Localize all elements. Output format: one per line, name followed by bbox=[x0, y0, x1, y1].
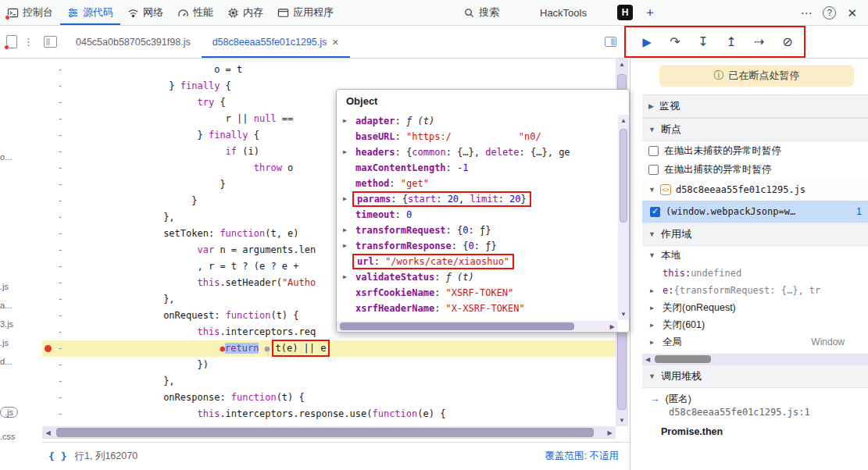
scrollbar-thumb[interactable] bbox=[655, 355, 711, 363]
line-number[interactable]: - bbox=[42, 308, 78, 324]
line-number[interactable]: - bbox=[42, 144, 78, 160]
object-property-row[interactable]: timeout: 0 bbox=[337, 207, 629, 223]
object-property-row[interactable]: url: "/works/cate/xiaoshuo" bbox=[337, 254, 629, 269]
step-out-button[interactable]: ↥ bbox=[720, 31, 743, 53]
line-number[interactable]: - bbox=[42, 176, 78, 193]
line-number[interactable]: - bbox=[42, 357, 78, 373]
checkbox[interactable] bbox=[648, 146, 659, 156]
scroll-right-arrow-icon[interactable]: ▶ bbox=[604, 426, 616, 439]
object-property-row[interactable]: method: "get" bbox=[337, 176, 629, 191]
tab-hacktools[interactable]: HackTools bbox=[533, 0, 594, 25]
section-header-scope[interactable]: ▼ 作用域 bbox=[642, 223, 868, 246]
object-property-row[interactable]: xsrfHeaderName: "X-XSRF-TOKEN" bbox=[337, 301, 629, 316]
line-number[interactable]: - bbox=[42, 78, 78, 94]
more-options-icon[interactable]: ⋯ bbox=[800, 7, 812, 19]
resume-button[interactable]: ▶ bbox=[635, 31, 659, 53]
scope-item[interactable]: ▶e: {transformRequest: {…}, tr bbox=[642, 282, 868, 299]
line-number[interactable]: - bbox=[42, 291, 78, 308]
help-icon[interactable]: ? bbox=[823, 6, 836, 20]
add-tab-button[interactable]: ＋ bbox=[636, 5, 664, 21]
breakpoint-entry[interactable]: (window.webpackJsonp=w… 1 bbox=[642, 201, 868, 223]
navigator-file-item[interactable]: d... bbox=[0, 357, 20, 366]
scroll-left-arrow-icon[interactable]: ◀ bbox=[642, 354, 653, 365]
navigator-toggle-icon[interactable] bbox=[44, 36, 57, 48]
checkbox[interactable] bbox=[648, 165, 659, 175]
navigator-file-item[interactable]: .js bbox=[0, 338, 20, 347]
scroll-down-arrow-icon[interactable]: ▼ bbox=[618, 308, 629, 320]
pretty-print-icon[interactable]: { } bbox=[48, 450, 66, 462]
tab-console[interactable]: 控制台 bbox=[0, 0, 60, 25]
line-number[interactable]: - bbox=[42, 94, 78, 111]
scroll-up-arrow-icon[interactable]: ▲ bbox=[616, 59, 628, 70]
scroll-right-arrow-icon[interactable]: ▶ bbox=[606, 321, 618, 332]
close-devtools-icon[interactable]: ✕ bbox=[847, 7, 857, 19]
step-button[interactable]: ⇢ bbox=[748, 31, 771, 53]
code-line[interactable]: -o = t bbox=[42, 62, 616, 78]
hackbar-extension-icon[interactable]: H bbox=[617, 5, 633, 20]
line-number[interactable]: - bbox=[42, 160, 78, 176]
frame-location[interactable]: d58c8eeaa55fe01c1295.js:1 bbox=[650, 407, 868, 421]
expand-arrow-icon[interactable]: ▶ bbox=[650, 339, 654, 346]
navigator-file-item[interactable]: .css bbox=[0, 432, 20, 441]
pause-option[interactable]: 在抛出捕获的异常时暂停 bbox=[642, 160, 868, 179]
line-number[interactable]: - bbox=[42, 258, 78, 275]
pause-option[interactable]: 在抛出未捕获的异常时暂停 bbox=[642, 141, 868, 160]
tab-sources[interactable]: 源代码 bbox=[60, 0, 120, 25]
expand-arrow-icon[interactable]: ▶ bbox=[650, 304, 654, 312]
callstack-frame[interactable]: →(匿名)d58c8eeaa55fe01c1295.js:1 bbox=[642, 388, 868, 421]
line-number[interactable]: - bbox=[42, 127, 78, 144]
step-into-button[interactable]: ↧ bbox=[691, 31, 715, 53]
object-property-row[interactable]: maxContentLength: -1 bbox=[337, 160, 629, 176]
line-number[interactable]: - bbox=[42, 275, 78, 291]
callstack-frame[interactable]: Promise.then bbox=[642, 421, 868, 440]
scroll-down-arrow-icon[interactable]: ▼ bbox=[616, 415, 628, 426]
object-property-row[interactable]: xsrfCookieName: "XSRF-TOKEN" bbox=[337, 285, 629, 301]
editor-horizontal-scrollbar[interactable]: ◀ ▶ bbox=[42, 426, 616, 439]
expand-arrow-icon[interactable]: ▶ bbox=[343, 113, 347, 129]
line-number[interactable]: - bbox=[42, 62, 78, 78]
breakpoint-checkbox[interactable] bbox=[650, 207, 660, 217]
popup-horizontal-scrollbar[interactable]: ▶ bbox=[337, 321, 618, 332]
line-number[interactable]: - bbox=[42, 390, 78, 406]
scope-local-header[interactable]: ▼ 本地 bbox=[642, 246, 868, 265]
scope-item[interactable]: this: undefined bbox=[642, 265, 868, 282]
scope-horizontal-scrollbar[interactable]: ◀ bbox=[642, 354, 868, 365]
breakpoint-icon[interactable] bbox=[45, 345, 52, 352]
section-header-breakpoints[interactable]: ▼ 断点 bbox=[642, 118, 868, 141]
file-tab[interactable]: 045c5a0b58705c391f98.js bbox=[65, 26, 202, 58]
line-number[interactable]: - bbox=[42, 193, 78, 209]
section-header-callstack[interactable]: ▼ 调用堆栈 bbox=[642, 365, 868, 388]
coverage-link[interactable]: 覆盖范围: 不适用 bbox=[545, 450, 619, 463]
tab-search[interactable]: 搜索 bbox=[456, 0, 506, 25]
expand-arrow-icon[interactable]: ▶ bbox=[650, 322, 654, 329]
navigator-file-item[interactable]: 3.js bbox=[0, 319, 20, 329]
close-tab-icon[interactable]: × bbox=[332, 36, 338, 48]
navigator-file-item[interactable]: .js bbox=[0, 407, 18, 418]
line-number[interactable]: - bbox=[42, 324, 78, 340]
tab-application[interactable]: 应用程序 bbox=[270, 0, 341, 25]
object-property-row[interactable]: ▶headers: {common: {…}, delete: {…}, ge bbox=[337, 144, 629, 160]
code-line[interactable]: -this.interceptors.response.use(function… bbox=[42, 406, 616, 422]
code-line[interactable]: -onResponse: function(t) { bbox=[42, 390, 616, 406]
section-header-watch[interactable]: ▶ 监视 bbox=[642, 94, 868, 118]
expand-arrow-icon[interactable]: ▶ bbox=[650, 287, 654, 294]
tab-network[interactable]: 网络 bbox=[120, 0, 170, 25]
deactivate-breakpoints-button[interactable]: ⊘ bbox=[776, 31, 799, 53]
tab-memory[interactable]: 内存 bbox=[220, 0, 270, 25]
navigator-file-item[interactable]: a... bbox=[0, 301, 20, 310]
expand-arrow-icon[interactable]: ▶ bbox=[343, 191, 347, 207]
expand-arrow-icon[interactable]: ▶ bbox=[343, 238, 347, 254]
line-number[interactable]: - bbox=[42, 226, 78, 242]
scroll-left-arrow-icon[interactable]: ◀ bbox=[42, 426, 54, 439]
scope-item[interactable]: ▶全局Window bbox=[642, 333, 868, 351]
code-line[interactable]: -●return ● t(e) || e bbox=[42, 340, 616, 357]
object-property-row[interactable]: ▶params: {start: 20, limit: 20} bbox=[337, 191, 629, 207]
scroll-up-arrow-icon[interactable]: ▲ bbox=[618, 115, 629, 126]
code-line[interactable]: -}, bbox=[42, 373, 616, 390]
expand-arrow-icon[interactable]: ▶ bbox=[343, 223, 347, 238]
file-tab[interactable]: d58c8eeaa55fe01c1295.js× bbox=[202, 26, 350, 58]
breakpoint-file-group[interactable]: ▼ d58c8eeaa55fe01c1295.js bbox=[642, 179, 868, 201]
step-over-button[interactable]: ↷ bbox=[663, 31, 687, 53]
scrollbar-thumb[interactable] bbox=[620, 129, 627, 223]
line-number[interactable]: - bbox=[42, 406, 78, 422]
